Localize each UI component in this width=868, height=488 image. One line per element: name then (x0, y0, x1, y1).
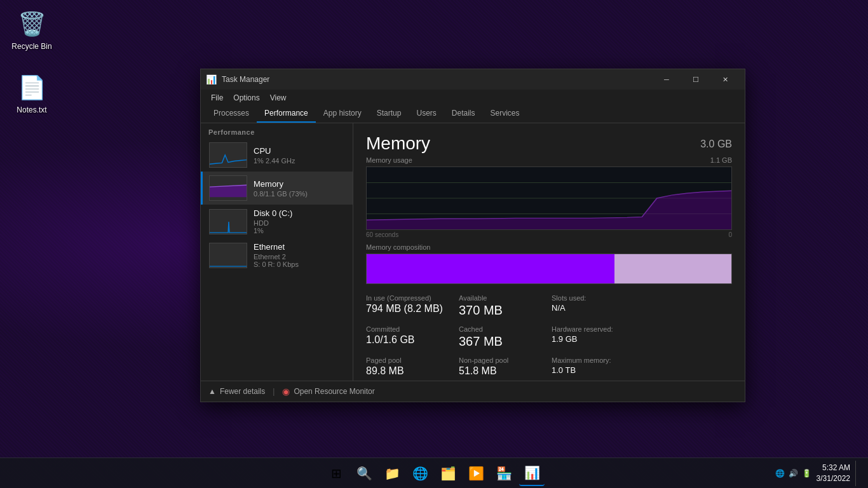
edge-button[interactable]: 🌐 (407, 461, 433, 486)
clock-date: 3/31/2022 (817, 473, 850, 484)
composition-section: Memory composition (366, 243, 732, 284)
files-button[interactable]: 🗂️ (435, 461, 461, 486)
tab-performance[interactable]: Performance (257, 105, 316, 123)
task-manager-icon: 📊 (206, 74, 217, 85)
committed-stat: Committed 1.0/1.6 GB (366, 325, 454, 349)
maximize-button[interactable]: ☐ (681, 69, 710, 90)
slots-used-stat: Slots used: N/A (552, 294, 639, 318)
memory-total: 3.0 GB (700, 139, 732, 150)
tab-users[interactable]: Users (409, 105, 444, 123)
max-memory-value: 1.0 TB (552, 365, 639, 375)
disk-title: Disk 0 (C:) (254, 208, 346, 218)
non-paged-pool-label: Non-paged pool (459, 356, 546, 364)
recycle-bin-icon: 🗑️ (17, 9, 47, 39)
paged-pool-label: Paged pool (366, 356, 454, 364)
clock-time: 5:32 AM (817, 463, 850, 473)
store-button[interactable]: 🏪 (491, 461, 517, 486)
disk-subtitle: HDD1% (254, 219, 346, 234)
show-desktop-button[interactable] (855, 461, 860, 486)
menu-view[interactable]: View (265, 91, 292, 105)
close-button[interactable]: ✕ (710, 69, 740, 90)
disk-thumb (209, 209, 247, 234)
main-content: Performance CPU 1% 2.44 GHz Memory 0.8/1… (201, 123, 745, 381)
available-stat: Available 370 MB (459, 294, 546, 318)
cached-value: 367 MB (459, 334, 546, 349)
cpu-info: CPU 1% 2.44 GHz (254, 146, 346, 165)
disk-info: Disk 0 (C:) HDD1% (254, 208, 346, 234)
volume-icon: 🔊 (789, 469, 798, 478)
search-button[interactable]: 🔍 (351, 461, 377, 486)
committed-label: Committed (366, 325, 454, 333)
taskbar-right: 🌐 🔊 🔋 5:32 AM 3/31/2022 (775, 461, 868, 486)
chevron-up-icon: ▲ (208, 387, 216, 396)
perf-item-memory[interactable]: Memory 0.8/1.1 GB (73%) (201, 172, 353, 205)
clock[interactable]: 5:32 AM 3/31/2022 (817, 463, 850, 484)
tab-app-history[interactable]: App history (316, 105, 369, 123)
chart-label: Memory usage (366, 156, 412, 164)
ethernet-subtitle: Ethernet 2S: 0 R: 0 Kbps (254, 253, 346, 268)
memory-title: Memory (366, 133, 430, 154)
notes-icon: 📄 (17, 72, 47, 103)
open-monitor-label: Open Resource Monitor (294, 387, 374, 396)
max-memory-label: Maximum memory: (552, 356, 639, 364)
chart-value: 1.1 GB (710, 156, 732, 164)
open-resource-monitor-button[interactable]: ◉ Open Resource Monitor (282, 386, 374, 396)
perf-item-ethernet[interactable]: Ethernet Ethernet 2S: 0 R: 0 Kbps (201, 238, 353, 272)
timeline-left: 60 seconds (366, 231, 398, 238)
taskmanager-button[interactable]: 📊 (519, 461, 545, 486)
memory-chart (366, 166, 732, 230)
bottom-bar: ▲ Fewer details | ◉ Open Resource Monito… (201, 381, 745, 402)
composition-bar (366, 254, 732, 284)
in-use-value: 794 MB (8.2 MB) (366, 303, 454, 315)
ethernet-title: Ethernet (254, 242, 346, 252)
non-paged-pool-value: 51.8 MB (459, 365, 546, 377)
committed-value: 1.0/1.6 GB (366, 334, 454, 346)
perf-item-disk[interactable]: Disk 0 (C:) HDD1% (201, 205, 353, 238)
left-panel: Performance CPU 1% 2.44 GHz Memory 0.8/1… (201, 123, 353, 381)
menu-options[interactable]: Options (228, 91, 264, 105)
tab-details[interactable]: Details (444, 105, 483, 123)
slots-used-value: N/A (552, 303, 639, 313)
paged-pool-stat: Paged pool 89.8 MB (366, 356, 454, 377)
tab-services[interactable]: Services (483, 105, 527, 123)
hardware-reserved-label: Hardware reserved: (552, 325, 639, 333)
notes-label: Notes.txt (17, 105, 46, 114)
menu-bar: FileOptionsView (201, 90, 745, 105)
minimize-button[interactable]: ─ (652, 69, 681, 90)
desktop-icon-recycle-bin[interactable]: 🗑️ Recycle Bin (6, 6, 57, 53)
non-paged-pool-stat: Non-paged pool 51.8 MB (459, 356, 546, 377)
cached-label: Cached (459, 325, 546, 333)
cpu-thumb (209, 142, 247, 168)
window-controls: ─ ☐ ✕ (652, 69, 740, 90)
tab-startup[interactable]: Startup (369, 105, 409, 123)
stats-grid: In use (Compressed) 794 MB (8.2 MB) Avai… (366, 294, 732, 377)
tab-processes[interactable]: Processes (206, 105, 257, 123)
fewer-details-button[interactable]: ▲ Fewer details (208, 387, 265, 396)
comp-available (614, 254, 731, 283)
memory-subtitle: 0.8/1.1 GB (73%) (254, 190, 346, 198)
composition-label: Memory composition (366, 243, 732, 251)
paged-pool-value: 89.8 MB (366, 365, 454, 377)
chart-section: Memory usage 1.1 GB (366, 156, 732, 238)
cpu-subtitle: 1% 2.44 GHz (254, 157, 346, 165)
right-panel: Memory 3.0 GB Memory usage 1.1 GB (353, 123, 745, 381)
menu-file[interactable]: File (206, 91, 228, 105)
battery-icon: 🔋 (802, 469, 811, 478)
task-manager-window: 📊 Task Manager ─ ☐ ✕ FileOptionsView Pro… (200, 69, 745, 402)
start-button[interactable]: ⊞ (323, 461, 349, 486)
recycle-bin-label: Recycle Bin (11, 42, 51, 51)
available-label: Available (459, 294, 546, 302)
media-button[interactable]: ▶️ (463, 461, 489, 486)
title-bar-text: Task Manager (222, 75, 269, 84)
memory-thumb (209, 175, 247, 201)
chart-timeline: 60 seconds 0 (366, 231, 732, 238)
comp-used (367, 254, 614, 283)
perf-item-cpu[interactable]: CPU 1% 2.44 GHz (201, 139, 353, 172)
desktop-icon-notes[interactable]: 📄 Notes.txt (6, 70, 57, 117)
taskbar: ⊞🔍📁🌐🗂️▶️🏪📊 🌐 🔊 🔋 5:32 AM 3/31/2022 (0, 458, 868, 488)
network-icon: 🌐 (775, 469, 785, 478)
tab-bar: ProcessesPerformanceApp historyStartupUs… (201, 105, 745, 123)
max-memory-stat: Maximum memory: 1.0 TB (552, 356, 639, 377)
file-explorer-button[interactable]: 📁 (379, 461, 405, 486)
hardware-reserved-stat: Hardware reserved: 1.9 GB (552, 325, 639, 349)
